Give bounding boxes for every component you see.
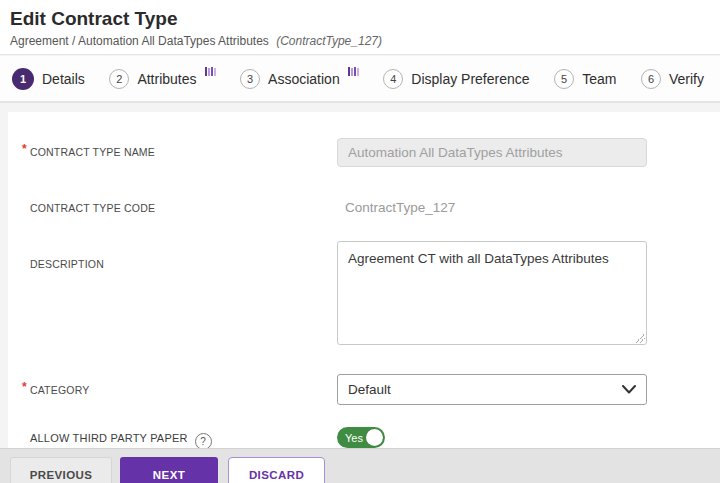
- step-display-preference[interactable]: 4 Display Preference: [383, 69, 529, 89]
- breadcrumb-context: (ContractType_127): [276, 34, 382, 48]
- page-title: Edit Contract Type: [10, 7, 720, 31]
- step-label: Details: [42, 71, 85, 87]
- discard-button[interactable]: DISCARD: [228, 457, 325, 483]
- toggle-state-label: Yes: [345, 432, 363, 444]
- category-label: *CATEGORY: [22, 383, 89, 397]
- step-team[interactable]: 5 Team: [554, 69, 616, 89]
- step-label: Display Preference: [411, 71, 529, 87]
- step-attributes[interactable]: 2 Attributes: [109, 69, 215, 89]
- description-textarea[interactable]: Agreement CT with all DataTypes Attribut…: [337, 241, 647, 345]
- required-asterisk: *: [22, 142, 27, 156]
- category-select[interactable]: Default: [337, 374, 647, 405]
- contract-type-name-input[interactable]: [337, 138, 647, 167]
- step-association[interactable]: 3 Association: [240, 69, 359, 89]
- purple-bars-icon: [348, 67, 359, 76]
- previous-button[interactable]: PREVIOUS: [10, 457, 112, 483]
- details-form-panel: *CONTRACT TYPE NAME CONTRACT TYPE CODE C…: [8, 112, 720, 448]
- step-number-badge: 5: [554, 69, 574, 89]
- step-verify[interactable]: 6 Verify: [641, 69, 704, 89]
- step-number-badge: 2: [109, 69, 129, 89]
- allow-third-party-paper-toggle[interactable]: Yes: [337, 427, 385, 448]
- contract-type-code-value: ContractType_127: [345, 200, 455, 215]
- breadcrumb-path: Agreement / Automation All DataTypes Att…: [10, 34, 269, 48]
- wizard-stepper: 1 Details 2 Attributes 3 Association 4 D…: [0, 56, 720, 103]
- step-label: Verify: [669, 71, 704, 87]
- required-asterisk: *: [22, 380, 27, 394]
- toggle-knob: [366, 429, 383, 446]
- step-number-badge: 4: [383, 69, 403, 89]
- breadcrumb: Agreement / Automation All DataTypes Att…: [10, 34, 720, 48]
- next-button[interactable]: NEXT: [120, 457, 218, 483]
- textarea-resize-handle-icon[interactable]: [635, 333, 645, 343]
- description-label: DESCRIPTION: [30, 258, 104, 270]
- contract-type-name-label: *CONTRACT TYPE NAME: [22, 145, 155, 159]
- step-label: Team: [582, 71, 616, 87]
- step-number-badge: 6: [641, 69, 661, 89]
- category-selected-value: Default: [348, 382, 391, 397]
- step-label: Association: [268, 71, 340, 87]
- step-number-badge: 1: [12, 68, 34, 90]
- step-number-badge: 3: [240, 69, 260, 89]
- step-label: Attributes: [137, 71, 196, 87]
- contract-type-code-label: CONTRACT TYPE CODE: [30, 202, 155, 214]
- chevron-down-icon: [622, 385, 636, 394]
- wizard-footer: PREVIOUS NEXT DISCARD: [0, 448, 720, 483]
- step-details[interactable]: 1 Details: [12, 68, 85, 90]
- page-header: Edit Contract Type Agreement / Automatio…: [0, 0, 720, 55]
- purple-bars-icon: [205, 67, 216, 76]
